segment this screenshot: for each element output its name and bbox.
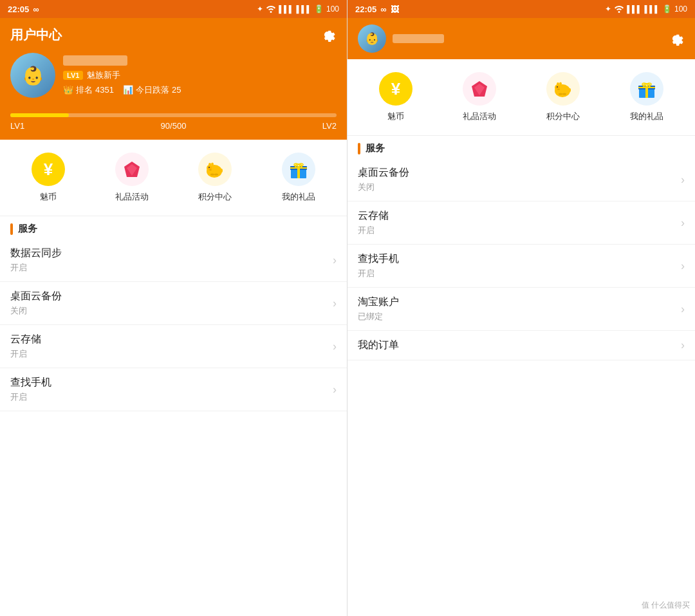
battery-left: 🔋 xyxy=(314,5,324,14)
find-phone-title-left: 查找手机 xyxy=(10,376,51,389)
menu-item-desktop-backup-right[interactable]: 桌面云备份 关闭 › xyxy=(348,158,695,201)
desktop-backup-sub-right: 关闭 xyxy=(358,182,409,193)
find-phone-chevron-right: › xyxy=(681,259,685,273)
status-bar-left: 22:05 ∞ ✦ ▌▌▌ ▌▌▌ 🔋 100 xyxy=(0,0,347,18)
user-details: LV1 魅族新手 👑 排名 4351 📊 今日跌落 25 xyxy=(63,55,337,96)
menu-item-cloud-storage-right[interactable]: 云存储 开启 › xyxy=(348,201,695,245)
rank-row: 👑 排名 4351 📊 今日跌落 25 xyxy=(63,84,337,96)
my-orders-chevron: › xyxy=(681,339,685,352)
rank-item: 👑 排名 4351 xyxy=(63,84,114,96)
piggy-icon-left xyxy=(198,153,232,186)
menu-item-taobao[interactable]: 淘宝账户 已绑定 › xyxy=(348,288,695,331)
time-right: 22:05 xyxy=(355,5,376,14)
menu-item-desktop-backup[interactable]: 桌面云备份 关闭 › xyxy=(0,282,347,325)
find-phone-title-right: 查找手机 xyxy=(358,252,399,266)
menu-item-cloud-storage-left[interactable]: 云存储 开启 › xyxy=(0,325,347,368)
icon-points-left[interactable]: 积分中心 xyxy=(198,153,232,203)
services-title-right: 服务 xyxy=(366,142,385,154)
avatar-image-left: 👶 xyxy=(10,53,55,98)
cloud-storage-title-right: 云存储 xyxy=(358,209,389,223)
gift-box-icon-left xyxy=(282,153,315,186)
icon-mygifts-right[interactable]: 我的礼品 xyxy=(630,72,663,122)
coin-icon-left: ¥ xyxy=(32,153,65,186)
svg-point-6 xyxy=(214,174,218,176)
left-panel: 22:05 ∞ ✦ ▌▌▌ ▌▌▌ 🔋 100 用户中心 xyxy=(0,0,348,616)
status-right-left: ✦ ▌▌▌ ▌▌▌ 🔋 100 xyxy=(257,4,339,15)
time-left: 22:05 xyxy=(8,5,29,14)
user-info-row: 👶 LV1 魅族新手 👑 排名 4351 📊 今日跌落 xyxy=(10,53,337,98)
progress-current: 90/500 xyxy=(161,121,187,131)
level-row: LV1 魅族新手 xyxy=(63,70,337,81)
icon-meicoin-right[interactable]: ¥ 魅币 xyxy=(379,72,412,122)
coin-label-left: 魅币 xyxy=(40,191,57,203)
svg-point-10 xyxy=(208,163,211,167)
svg-point-24 xyxy=(559,93,562,95)
bluetooth-left: ✦ xyxy=(257,5,263,14)
gallery-icon-right: 🖼 xyxy=(391,5,399,14)
menu-item-my-orders[interactable]: 我的订单 › xyxy=(348,331,695,360)
rank-value: 4351 xyxy=(95,85,114,95)
progress-bar-bg xyxy=(10,113,337,117)
avatar-image-right: 👶 xyxy=(358,24,386,53)
right-panel: 22:05 ∞ 🖼 ✦ ▌▌▌ ▌▌▌ 🔋 100 👶 xyxy=(348,0,695,616)
mygifts-label-right: 我的礼品 xyxy=(630,111,663,122)
svg-point-30 xyxy=(559,82,562,86)
find-phone-right-left: 查找手机 开启 xyxy=(358,252,399,279)
page-title: 用户中心 xyxy=(10,26,62,44)
gift-activity-label-left: 礼品活动 xyxy=(115,191,149,203)
icon-gift-activity-right[interactable]: 礼品活动 xyxy=(463,72,496,122)
status-left: 22:05 ∞ xyxy=(8,5,39,14)
icon-mygifts-left[interactable]: 我的礼品 xyxy=(282,153,315,203)
menu-item-find-phone-right[interactable]: 查找手机 开启 › xyxy=(348,245,695,288)
avatar-right: 👶 xyxy=(358,24,386,53)
data-sync-title: 数据云同步 xyxy=(10,247,62,260)
infinity-left: ∞ xyxy=(33,5,39,14)
svg-point-7 xyxy=(208,167,210,168)
icon-points-right[interactable]: 积分中心 xyxy=(546,72,580,122)
svg-point-26 xyxy=(557,86,558,88)
status-left-right: 22:05 ∞ 🖼 xyxy=(355,5,399,14)
username-blur xyxy=(63,55,127,66)
desktop-backup-title-right: 桌面云备份 xyxy=(358,166,409,180)
cloud-storage-sub-right: 开启 xyxy=(358,225,389,236)
svg-point-5 xyxy=(210,174,214,176)
diamond-icon-right xyxy=(463,72,496,106)
desktop-backup-chevron: › xyxy=(333,297,337,310)
coin-label-right: 魅币 xyxy=(387,111,404,122)
icon-meicoin-left[interactable]: ¥ 魅币 xyxy=(32,153,65,203)
my-orders-left: 我的订单 xyxy=(358,339,399,352)
progress-lv-max: LV2 xyxy=(322,121,337,131)
points-label-right: 积分中心 xyxy=(546,111,580,122)
svg-point-25 xyxy=(562,93,566,95)
settings-icon-left[interactable] xyxy=(319,26,337,44)
header-compact-right: 👶 xyxy=(348,18,695,59)
compact-user-row: 👶 xyxy=(358,24,444,53)
signal-left: ▌▌▌ xyxy=(279,5,293,13)
menu-item-cloud-storage-left-inner: 云存储 开启 xyxy=(10,333,41,360)
gift-box-icon-right xyxy=(630,72,663,106)
icon-gift-activity-left[interactable]: 礼品活动 xyxy=(115,153,149,203)
cloud-storage-title-left: 云存储 xyxy=(10,333,41,346)
cloud-storage-chevron-right: › xyxy=(681,216,685,230)
menu-item-desktop-backup-left: 桌面云备份 关闭 xyxy=(10,290,62,317)
section-bar-right xyxy=(358,143,360,154)
status-right-right: ✦ ▌▌▌ ▌▌▌ 🔋 100 xyxy=(605,4,687,15)
section-bar-left xyxy=(10,223,13,235)
gift-activity-label-right: 礼品活动 xyxy=(463,111,496,122)
chart-icon: 📊 xyxy=(123,85,133,95)
settings-icon-right[interactable] xyxy=(667,30,685,48)
taobao-title: 淘宝账户 xyxy=(358,295,399,309)
mygifts-label-left: 我的礼品 xyxy=(282,191,315,203)
desktop-backup-sub: 关闭 xyxy=(10,305,62,317)
svg-rect-9 xyxy=(220,169,223,173)
menu-item-find-phone-left[interactable]: 查找手机 开启 › xyxy=(0,368,347,411)
signal-right: ▌▌▌ xyxy=(627,5,642,13)
today-value: 25 xyxy=(172,85,181,95)
find-phone-sub-right: 开启 xyxy=(358,268,399,279)
status-bar-right: 22:05 ∞ 🖼 ✦ ▌▌▌ ▌▌▌ 🔋 100 xyxy=(348,0,695,18)
data-sync-chevron: › xyxy=(333,254,337,267)
progress-section: LV1 90/500 LV2 xyxy=(0,108,347,140)
watermark: 值 什么值得买 xyxy=(642,600,690,611)
services-title-left: 服务 xyxy=(18,223,37,235)
menu-item-data-sync[interactable]: 数据云同步 开启 › xyxy=(0,239,347,282)
